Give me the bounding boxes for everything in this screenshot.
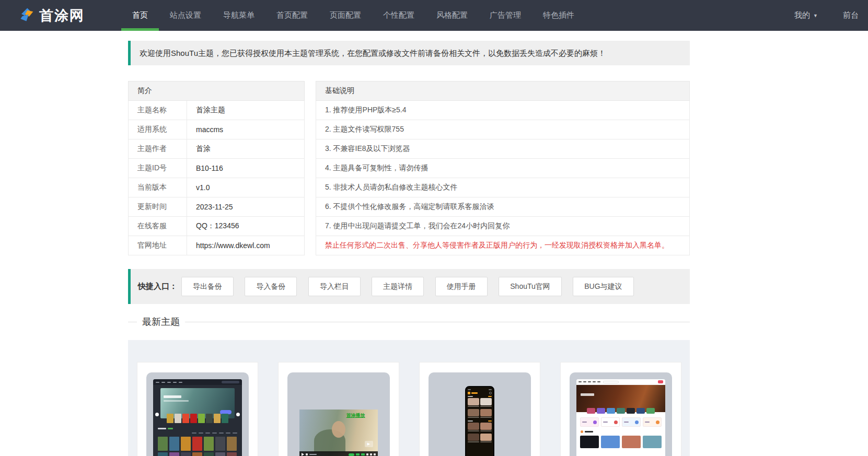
intro-table-row: 当前版本 v1.0 <box>129 178 305 197</box>
theme-card-2[interactable]: 首涂播放 ▶ <box>278 362 399 456</box>
intro-table-row: 更新时间 2023-11-25 <box>129 197 305 217</box>
intro-row-value: https://www.dkewl.com <box>187 236 305 255</box>
nav-menu-item-label: 页面配置 <box>330 10 361 20</box>
notes-table: 基础说明 1. 推荐使用PHP版本≥5.4 2. 主题文件读写权限755 3. … <box>316 81 690 255</box>
page-content: 欢迎使用ShouTu主题，您已获得授权使用本主题管理系统，在您配置或修改文件前请… <box>128 41 690 328</box>
nav-menu-item[interactable]: 导航菜单 <box>212 0 265 31</box>
welcome-alert: 欢迎使用ShouTu主题，您已获得授权使用本主题管理系统，在您配置或修改文件前请… <box>128 41 690 65</box>
notes-table-body: 1. 推荐使用PHP版本≥5.4 2. 主题文件读写权限755 3. 不兼容IE… <box>316 101 690 236</box>
intro-table-row: 主题名称 首涂主题 <box>129 101 305 120</box>
intro-row-label: 主题ID号 <box>129 159 187 178</box>
nav-menu-item-label: 导航菜单 <box>223 10 254 20</box>
nav-menu-item[interactable]: 个性配置 <box>372 0 425 31</box>
nav-menu-item[interactable]: 首页配置 <box>265 0 319 31</box>
notes-table-row: 6. 不提供个性化修改服务，高端定制请联系客服洽谈 <box>316 197 690 217</box>
note-text: 7. 使用中出现问题请提交工单，我们会在24小时内回复你 <box>316 217 690 236</box>
latest-themes-title-text: 最新主题 <box>142 315 180 328</box>
title-divider-left <box>128 322 137 322</box>
theme-card-4[interactable] <box>560 362 681 456</box>
intro-row-label: 当前版本 <box>129 178 187 197</box>
quick-entry-button[interactable]: 导出备份 <box>181 277 234 296</box>
brand-name: 首涂网 <box>39 6 85 25</box>
nav-menu-item-label: 站点设置 <box>170 10 201 20</box>
intro-table-row: 适用系统 maccms <box>129 120 305 139</box>
intro-row-label: 主题名称 <box>129 101 187 120</box>
quick-entry-button[interactable]: ShouTu官网 <box>499 277 562 296</box>
intro-table-row: 主题作者 首涂 <box>129 139 305 159</box>
main-menu: 首页 站点设置 导航菜单 首页配置 页面配置 个性配置 风格配置 <box>121 0 585 31</box>
nav-menu-item[interactable]: 广告管理 <box>479 0 532 31</box>
quick-entry-bar: 快捷入口： 导出备份 导入备份 导入栏目 主题详情 使用手册 ShouTu官网 … <box>128 269 690 304</box>
theme-preview-4 <box>570 372 672 456</box>
warning-text: 禁止任何形式的二次出售、分享他人等侵害作者及正版用户的行为，一经发现取消授权资格… <box>316 236 690 255</box>
nav-menu-item[interactable]: 首页 <box>121 0 159 31</box>
notes-table-row: 7. 使用中出现问题请提交工单，我们会在24小时内回复你 <box>316 217 690 236</box>
intro-row-label: 适用系统 <box>129 120 187 139</box>
intro-row-value: B10-116 <box>187 159 305 178</box>
nav-menu-item[interactable]: 特色插件 <box>532 0 585 31</box>
intro-row-label: 更新时间 <box>129 197 187 217</box>
nav-menu-item-label: 特色插件 <box>543 10 574 20</box>
intro-table-body: 主题名称 首涂主题 适用系统 maccms 主题作者 首涂 主题ID号 <box>129 101 305 255</box>
theme-preview-2: 首涂播放 ▶ <box>287 372 390 456</box>
theme-preview-1 <box>146 372 249 456</box>
nav-menu-item-label: 首页 <box>132 10 148 20</box>
nav-right: 我的 ▼ 前台 <box>794 0 859 31</box>
quick-entry-button[interactable]: 导入备份 <box>245 277 297 296</box>
shoutu-logo-icon <box>18 6 34 25</box>
top-nav: 首涂网 首页 站点设置 导航菜单 首页配置 页面配置 个性配置 <box>0 0 868 31</box>
quick-entry-button[interactable]: 导入栏目 <box>308 277 361 296</box>
notes-table-row: 5. 非技术人员请勿私自修改主题核心文件 <box>316 178 690 197</box>
latest-themes-section-title: 最新主题 <box>128 315 690 328</box>
intro-table: 简介 主题名称 首涂主题 适用系统 maccms 主题作者 <box>128 81 305 255</box>
notes-table-row: 1. 推荐使用PHP版本≥5.4 <box>316 101 690 120</box>
brand-logo[interactable]: 首涂网 <box>18 0 85 31</box>
notes-table-row: 3. 不兼容IE8及以下浏览器 <box>316 139 690 159</box>
notes-table-title: 基础说明 <box>316 81 690 101</box>
play-icon: ▶ <box>365 441 373 447</box>
intro-table-row: 在线客服 QQ：123456 <box>129 217 305 236</box>
intro-table-row: 主题ID号 B10-116 <box>129 159 305 178</box>
nav-menu-item-label: 个性配置 <box>383 10 414 20</box>
nav-menu-item-label: 广告管理 <box>490 10 521 20</box>
frontend-link-label: 前台 <box>843 10 859 20</box>
chevron-down-icon: ▼ <box>813 13 818 18</box>
quick-entry-button[interactable]: 主题详情 <box>372 277 424 296</box>
intro-table-row: 官网地址 https://www.dkewl.com <box>129 236 305 255</box>
intro-row-label: 主题作者 <box>129 139 187 159</box>
note-text: 4. 主题具备可复制性，请勿传播 <box>316 159 690 178</box>
player-watermark: 首涂播放 <box>346 412 365 419</box>
notes-table-row: 2. 主题文件读写权限755 <box>316 120 690 139</box>
frontend-link[interactable]: 前台 <box>843 10 859 20</box>
nav-menu-item[interactable]: 风格配置 <box>425 0 479 31</box>
theme-card-3[interactable] <box>419 362 540 456</box>
my-dropdown-label: 我的 <box>794 10 810 20</box>
warning-row: 禁止任何形式的二次出售、分享他人等侵害作者及正版用户的行为，一经发现取消授权资格… <box>316 236 690 255</box>
intro-row-label: 官网地址 <box>129 236 187 255</box>
intro-row-value: QQ：123456 <box>187 217 305 236</box>
quick-entry-button[interactable]: 使用手册 <box>435 277 488 296</box>
intro-row-value: v1.0 <box>187 178 305 197</box>
notes-table-row: 4. 主题具备可复制性，请勿传播 <box>316 159 690 178</box>
latest-themes-showcase: 首涂播放 ▶ <box>128 340 690 456</box>
theme-card-1[interactable] <box>137 362 258 456</box>
intro-table-title: 简介 <box>129 81 305 101</box>
note-text: 5. 非技术人员请勿私自修改主题核心文件 <box>316 178 690 197</box>
intro-row-value: 2023-11-25 <box>187 197 305 217</box>
info-tables: 简介 主题名称 首涂主题 适用系统 maccms 主题作者 <box>128 81 690 255</box>
theme-preview-3 <box>429 372 531 456</box>
intro-row-value: 首涂主题 <box>187 101 305 120</box>
my-dropdown[interactable]: 我的 ▼ <box>794 10 818 20</box>
quick-entry-button[interactable]: BUG与建议 <box>573 277 633 296</box>
intro-row-label: 在线客服 <box>129 217 187 236</box>
intro-row-value: maccms <box>187 120 305 139</box>
nav-menu-item-label: 风格配置 <box>436 10 468 20</box>
title-divider-right <box>185 322 690 322</box>
quick-entry-label: 快捷入口： <box>138 282 177 291</box>
nav-menu-item[interactable]: 页面配置 <box>319 0 372 31</box>
intro-row-value: 首涂 <box>187 139 305 159</box>
note-text: 6. 不提供个性化修改服务，高端定制请联系客服洽谈 <box>316 197 690 217</box>
note-text: 2. 主题文件读写权限755 <box>316 120 690 139</box>
note-text: 3. 不兼容IE8及以下浏览器 <box>316 139 690 159</box>
nav-menu-item[interactable]: 站点设置 <box>159 0 212 31</box>
